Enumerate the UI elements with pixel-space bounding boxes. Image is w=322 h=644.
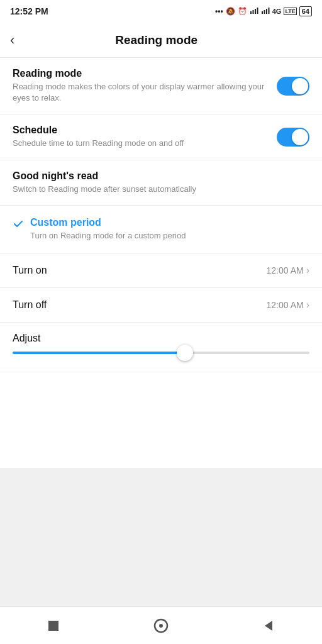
network-lte-label: LTE xyxy=(284,8,296,15)
svg-rect-1 xyxy=(252,10,253,14)
schedule-text: Schedule Schedule time to turn Reading m… xyxy=(13,125,277,149)
reading-mode-title: Reading mode xyxy=(13,68,269,79)
svg-rect-6 xyxy=(266,9,267,14)
nav-square-button[interactable] xyxy=(35,607,72,645)
signal-bar-1-icon xyxy=(250,6,258,17)
svg-rect-7 xyxy=(268,8,269,14)
svg-rect-3 xyxy=(257,8,258,14)
custom-period-row[interactable]: Custom period Turn on Reading mode for a… xyxy=(0,206,322,253)
adjust-label: Adjust xyxy=(13,333,309,344)
turn-on-right: 12:00 AM › xyxy=(267,265,309,276)
svg-point-10 xyxy=(159,624,163,628)
battery-icon: 64 xyxy=(299,6,312,16)
svg-rect-4 xyxy=(262,11,263,14)
turn-off-value: 12:00 AM xyxy=(267,300,304,310)
svg-rect-8 xyxy=(48,621,58,631)
bottom-nav xyxy=(0,606,322,644)
custom-period-subtitle: Turn on Reading mode for a custom period xyxy=(30,230,302,242)
signal-bar-2-icon xyxy=(261,6,270,17)
good-nights-read-row[interactable]: Good night's read Switch to Reading mode… xyxy=(0,160,322,206)
turn-off-row[interactable]: Turn off 12:00 AM › xyxy=(0,288,322,323)
turn-off-label: Turn off xyxy=(13,299,47,311)
schedule-toggle[interactable] xyxy=(277,128,309,147)
slider-fill xyxy=(13,352,185,354)
alarm-icon: ⏰ xyxy=(238,7,247,16)
signal-dots-icon: ••• xyxy=(215,7,223,16)
turn-off-right: 12:00 AM › xyxy=(267,299,309,311)
custom-period-title: Custom period xyxy=(30,217,302,228)
turn-on-chevron-icon: › xyxy=(306,265,309,276)
reading-mode-toggle[interactable] xyxy=(277,77,309,96)
svg-marker-11 xyxy=(265,621,272,631)
nav-triangle-button[interactable] xyxy=(250,607,287,645)
schedule-subtitle: Schedule time to turn Reading mode on an… xyxy=(13,138,269,149)
slider-track xyxy=(13,352,309,354)
good-nights-read-title: Good night's read xyxy=(13,170,302,182)
top-bar: ‹ Reading mode xyxy=(0,23,322,58)
gray-area xyxy=(0,468,322,606)
svg-rect-2 xyxy=(255,9,256,14)
network-4g-label: 4G xyxy=(272,8,282,15)
schedule-title: Schedule xyxy=(13,125,269,136)
turn-on-value: 12:00 AM xyxy=(267,265,304,275)
custom-period-text: Custom period Turn on Reading mode for a… xyxy=(30,217,309,242)
status-time: 12:52 PM xyxy=(10,6,48,16)
reading-mode-row: Reading mode Reading mode makes the colo… xyxy=(0,58,322,114)
adjust-row: Adjust xyxy=(0,323,322,372)
settings-content: Reading mode Reading mode makes the colo… xyxy=(0,58,322,468)
slider-thumb[interactable] xyxy=(177,345,193,361)
turn-off-chevron-icon: › xyxy=(306,299,309,311)
reading-mode-subtitle: Reading mode makes the colors of your di… xyxy=(13,81,269,104)
turn-on-label: Turn on xyxy=(13,265,47,276)
reading-mode-text: Reading mode Reading mode makes the colo… xyxy=(13,68,277,104)
turn-on-row[interactable]: Turn on 12:00 AM › xyxy=(0,253,322,288)
nav-circle-button[interactable] xyxy=(142,607,180,645)
svg-rect-5 xyxy=(264,10,265,14)
status-bar: 12:52 PM ••• 🔕 ⏰ 4G LTE 64 xyxy=(0,0,322,23)
good-nights-read-subtitle: Switch to Reading mode after sunset auto… xyxy=(13,184,302,195)
svg-rect-0 xyxy=(250,11,252,14)
custom-period-selected-indicator xyxy=(13,218,25,230)
back-button[interactable]: ‹ xyxy=(10,28,19,52)
page-title: Reading mode xyxy=(19,33,312,47)
status-icons: ••• 🔕 ⏰ 4G LTE 64 xyxy=(215,6,312,17)
schedule-row: Schedule Schedule time to turn Reading m… xyxy=(0,114,322,160)
mute-icon: 🔕 xyxy=(226,7,235,16)
good-nights-read-text: Good night's read Switch to Reading mode… xyxy=(13,170,309,195)
